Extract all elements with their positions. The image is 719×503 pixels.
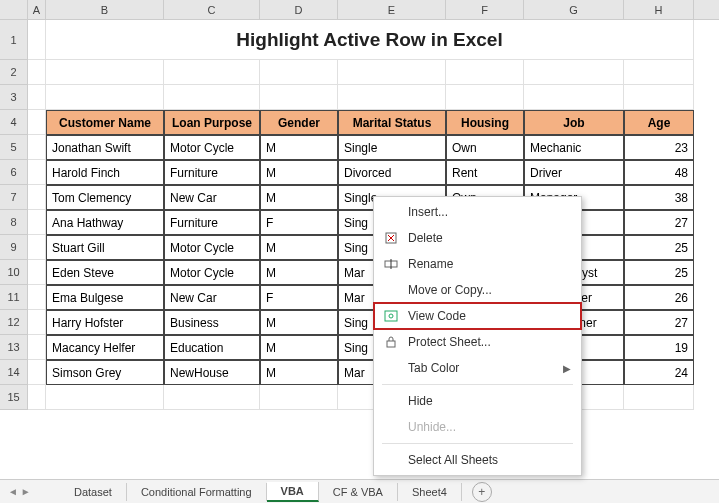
ctx-rename[interactable]: Rename — [374, 251, 581, 277]
cell-job[interactable]: Mechanic — [524, 135, 624, 160]
cell-purpose[interactable]: Business — [164, 310, 260, 335]
row-header-2[interactable]: 2 — [0, 60, 28, 85]
cell[interactable] — [164, 60, 260, 85]
row-header-3[interactable]: 3 — [0, 85, 28, 110]
col-header-c[interactable]: C — [164, 0, 260, 19]
cell-purpose[interactable]: Motor Cycle — [164, 235, 260, 260]
ctx-tab-color[interactable]: Tab Color ▶ — [374, 355, 581, 381]
cell-age[interactable]: 48 — [624, 160, 694, 185]
cell[interactable] — [28, 60, 46, 85]
row-header-10[interactable]: 10 — [0, 260, 28, 285]
cell[interactable] — [624, 85, 694, 110]
cell-purpose[interactable]: Furniture — [164, 160, 260, 185]
row-header-5[interactable]: 5 — [0, 135, 28, 160]
cell[interactable] — [28, 210, 46, 235]
cell-name[interactable]: Eden Steve — [46, 260, 164, 285]
row-header-7[interactable]: 7 — [0, 185, 28, 210]
row-header-15[interactable]: 15 — [0, 385, 28, 410]
cell[interactable] — [28, 310, 46, 335]
cell-gender[interactable]: M — [260, 185, 338, 210]
cell-purpose[interactable]: NewHouse — [164, 360, 260, 385]
cell[interactable] — [260, 385, 338, 410]
cell-housing[interactable]: Rent — [446, 160, 524, 185]
row-header-14[interactable]: 14 — [0, 360, 28, 385]
cell[interactable] — [46, 85, 164, 110]
col-header-h[interactable]: H — [624, 0, 694, 19]
cell-name[interactable]: Stuart Gill — [46, 235, 164, 260]
cell-gender[interactable]: M — [260, 135, 338, 160]
cell[interactable] — [28, 135, 46, 160]
row-header-4[interactable]: 4 — [0, 110, 28, 135]
cell[interactable] — [28, 85, 46, 110]
cell[interactable] — [338, 85, 446, 110]
ctx-hide[interactable]: Hide — [374, 388, 581, 414]
row-header-1[interactable]: 1 — [0, 20, 28, 60]
cell[interactable] — [28, 185, 46, 210]
cell-name[interactable]: Ema Bulgese — [46, 285, 164, 310]
add-sheet-button[interactable]: + — [472, 482, 492, 502]
row-header-12[interactable]: 12 — [0, 310, 28, 335]
cell[interactable] — [46, 60, 164, 85]
cell-age[interactable]: 27 — [624, 310, 694, 335]
header-gender[interactable]: Gender — [260, 110, 338, 135]
ctx-insert[interactable]: Insert... — [374, 199, 581, 225]
tab-cf-vba[interactable]: CF & VBA — [319, 483, 398, 501]
cell-gender[interactable]: M — [260, 235, 338, 260]
row-header-13[interactable]: 13 — [0, 335, 28, 360]
cell-age[interactable]: 27 — [624, 210, 694, 235]
ctx-move-copy[interactable]: Move or Copy... — [374, 277, 581, 303]
cell-name[interactable]: Tom Clemency — [46, 185, 164, 210]
cell[interactable] — [338, 60, 446, 85]
cell[interactable] — [260, 85, 338, 110]
header-job[interactable]: Job — [524, 110, 624, 135]
cell-marital[interactable]: Divorced — [338, 160, 446, 185]
cell-name[interactable]: Jonathan Swift — [46, 135, 164, 160]
cell-name[interactable]: Simson Grey — [46, 360, 164, 385]
cell-gender[interactable]: M — [260, 335, 338, 360]
cell-gender[interactable]: F — [260, 285, 338, 310]
ctx-select-all-sheets[interactable]: Select All Sheets — [374, 447, 581, 473]
row-header-8[interactable]: 8 — [0, 210, 28, 235]
row-header-11[interactable]: 11 — [0, 285, 28, 310]
cell-age[interactable]: 26 — [624, 285, 694, 310]
cell-gender[interactable]: M — [260, 160, 338, 185]
tab-vba[interactable]: VBA — [267, 482, 319, 502]
cell-purpose[interactable]: New Car — [164, 285, 260, 310]
cell-job[interactable]: Driver — [524, 160, 624, 185]
cell[interactable] — [28, 160, 46, 185]
col-header-d[interactable]: D — [260, 0, 338, 19]
cell[interactable] — [624, 60, 694, 85]
cell[interactable] — [446, 60, 524, 85]
cell[interactable] — [28, 335, 46, 360]
row-header-9[interactable]: 9 — [0, 235, 28, 260]
cell[interactable] — [28, 235, 46, 260]
cell-age[interactable]: 38 — [624, 185, 694, 210]
cell-age[interactable]: 23 — [624, 135, 694, 160]
ctx-protect-sheet[interactable]: Protect Sheet... — [374, 329, 581, 355]
cell-marital[interactable]: Single — [338, 135, 446, 160]
cell[interactable] — [524, 85, 624, 110]
cell[interactable] — [164, 85, 260, 110]
col-header-a[interactable]: A — [28, 0, 46, 19]
cell-purpose[interactable]: Furniture — [164, 210, 260, 235]
cell[interactable] — [28, 20, 46, 60]
cell[interactable] — [624, 385, 694, 410]
cell-age[interactable]: 25 — [624, 260, 694, 285]
row-header-6[interactable]: 6 — [0, 160, 28, 185]
cell-name[interactable]: Harry Hofster — [46, 310, 164, 335]
cell-age[interactable]: 19 — [624, 335, 694, 360]
cell-name[interactable]: Macancy Helfer — [46, 335, 164, 360]
header-marital[interactable]: Marital Status — [338, 110, 446, 135]
cell[interactable] — [446, 85, 524, 110]
ctx-view-code[interactable]: View Code — [374, 303, 581, 329]
cell[interactable] — [524, 60, 624, 85]
cell-purpose[interactable]: New Car — [164, 185, 260, 210]
tab-nav-arrows[interactable]: ◄ ► — [8, 486, 31, 497]
tab-dataset[interactable]: Dataset — [60, 483, 127, 501]
cell-name[interactable]: Harold Finch — [46, 160, 164, 185]
col-header-b[interactable]: B — [46, 0, 164, 19]
cell[interactable] — [46, 385, 164, 410]
cell-purpose[interactable]: Motor Cycle — [164, 260, 260, 285]
select-all-corner[interactable] — [0, 0, 28, 19]
header-age[interactable]: Age — [624, 110, 694, 135]
